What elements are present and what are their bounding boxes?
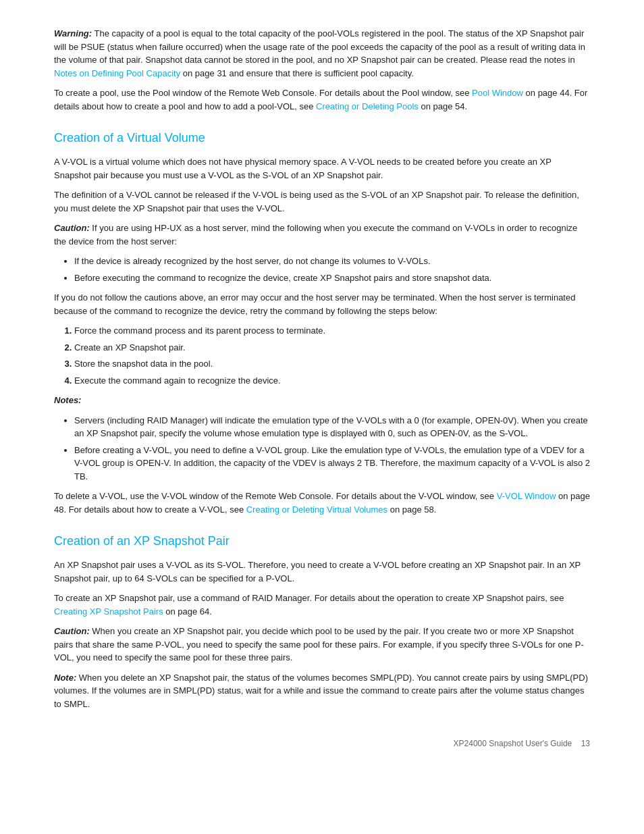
list-item: Before executing the command to recogniz… [74, 271, 590, 285]
snapshot-section-heading: Creation of an XP Snapshot Pair [54, 532, 590, 550]
warning-text: The capacity of a pool is equal to the t… [54, 28, 585, 65]
vvol-delete-text3: on page 58. [387, 504, 436, 515]
vvol-window-link[interactable]: V-VOL Window [497, 491, 556, 501]
snap-p2-text2: on page 64. [163, 606, 212, 617]
vvol-delete-text1: To delete a V-VOL, use the V-VOL window … [54, 491, 497, 501]
creating-xp-snapshot-pairs-link[interactable]: Creating XP Snapshot Pairs [54, 606, 163, 617]
notes-label: Notes: [54, 395, 81, 405]
pool-text3: on page 54. [419, 101, 467, 111]
snap-caution-paragraph: Caution: When you create an XP Snapshot … [54, 625, 590, 664]
snap-caution-text: When you create an XP Snapshot pair, you… [54, 626, 584, 662]
caution-text: If you are using HP-UX as a host server,… [54, 223, 577, 246]
list-item: Create an XP Snapshot pair. [74, 341, 590, 355]
snap-p1: An XP Snapshot pair uses a V-VOL as its … [54, 558, 590, 585]
warning-paragraph: Warning: The capacity of a pool is equal… [54, 27, 590, 80]
warning-label: Warning: [54, 28, 92, 38]
steps-list: Force the command process and its parent… [74, 324, 590, 387]
warning-text2: on page 31 and ensure that there is suff… [180, 68, 414, 78]
caution-paragraph: Caution: If you are using HP-UX as a hos… [54, 221, 590, 248]
page-footer: XP24000 Snapshot User's Guide 13 [54, 737, 590, 750]
snap-p2-text1: To create an XP Snapshot pair, use a com… [54, 593, 564, 603]
pool-intro-paragraph: To create a pool, use the Pool window of… [54, 86, 590, 113]
vvol-delete-paragraph: To delete a V-VOL, use the V-VOL window … [54, 490, 590, 516]
caution-bullets: If the device is already recognized by t… [74, 255, 590, 284]
list-item: Store the snapshot data in the pool. [74, 357, 590, 371]
pool-intro-text: To create a pool, use the Pool window of… [54, 88, 472, 98]
vvol-section-heading: Creation of a Virtual Volume [54, 129, 590, 147]
pool-window-link[interactable]: Pool Window [472, 88, 523, 98]
vvol-p2: The definition of a V-VOL cannot be rele… [54, 188, 590, 215]
snap-note-label: Note: [54, 673, 76, 683]
caution-p2: If you do not follow the cautions above,… [54, 291, 590, 317]
snap-caution-label: Caution: [54, 626, 90, 636]
notes-bullets: Servers (including RAID Manager) will in… [74, 414, 590, 484]
list-item: Execute the command again to recognize t… [74, 374, 590, 388]
creating-deleting-pools-link[interactable]: Creating or Deleting Pools [316, 101, 419, 111]
snap-p2: To create an XP Snapshot pair, use a com… [54, 592, 590, 618]
footer-page: 13 [581, 737, 590, 750]
vvol-p1: A V-VOL is a virtual volume which does n… [54, 155, 590, 182]
list-item: Servers (including RAID Manager) will in… [74, 414, 590, 440]
page-content: Warning: The capacity of a pool is equal… [54, 27, 590, 750]
list-item: Before creating a V-VOL, you need to def… [74, 444, 590, 484]
creating-deleting-virtual-volumes-link[interactable]: Creating or Deleting Virtual Volumes [246, 504, 387, 515]
notes-label-paragraph: Notes: [54, 394, 590, 407]
list-item: Force the command process and its parent… [74, 324, 590, 338]
snap-note-text: When you delete an XP Snapshot pair, the… [54, 673, 588, 709]
caution-label: Caution: [54, 223, 90, 233]
snap-note-paragraph: Note: When you delete an XP Snapshot pai… [54, 671, 590, 711]
footer-text: XP24000 Snapshot User's Guide [454, 737, 572, 750]
list-item: If the device is already recognized by t… [74, 255, 590, 268]
notes-pool-capacity-link[interactable]: Notes on Defining Pool Capacity [54, 68, 180, 78]
